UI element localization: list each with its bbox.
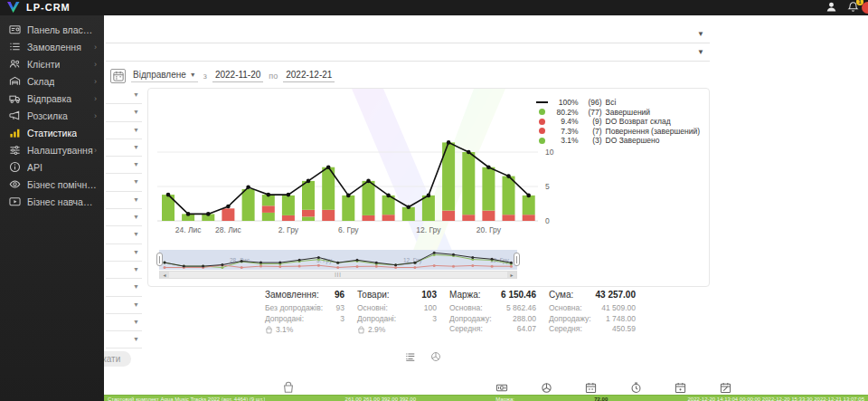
eye-icon [9,178,21,190]
mini-filter-select[interactable]: ▼ [106,87,142,104]
mini-filter-select[interactable]: ▼ [106,174,142,191]
sidebar-item-label: API [27,162,42,173]
legend-item[interactable]: 100%(96)Всі [536,98,700,108]
lp-crm-logo[interactable]: LP-CRM [6,1,71,14]
sidebar-item-label: Розсилка [27,110,68,121]
sidebar-item-налаштування[interactable]: Налаштування› [0,141,104,158]
date-to-input[interactable]: 2022-12-21 [283,70,335,82]
calendar-button[interactable] [110,69,126,83]
chart-range-navigator[interactable]: 28. Лис5. Гру12. Гру19. Гру [159,250,517,270]
calendar-edit-icon[interactable] [720,382,731,394]
sidebar-item-статистика[interactable]: Статистика [0,124,104,141]
upsell-percent: 2.9% [368,325,385,334]
notifications-bell-icon[interactable]: 1 [847,1,859,13]
mini-filter-select[interactable]: ▼ [106,279,142,296]
statistics-icon [9,127,21,138]
mini-filter-select[interactable]: ▼ [106,122,142,139]
svg-text:2. Гру: 2. Гру [278,225,299,234]
sidebar-item-розсилка[interactable]: Розсилка› [0,107,104,124]
navigator-left-handle[interactable] [156,253,163,266]
chevron-down-icon: ▼ [133,214,139,220]
stat-row-value: 64.07 [517,324,536,335]
logo-v-icon [6,1,22,14]
product-icon[interactable] [541,382,552,394]
date-filter-bar: Відправлене ▼ з 2022-11-20 по 2022-12-21 [110,67,335,85]
stat-row-label: Допродані: [265,314,304,325]
sidebar-item-бізнес-помічники[interactable]: Бізнес помічники [0,176,104,193]
mini-filter-select[interactable]: ▼ [106,331,142,348]
stat-row-label: Основна: [549,303,582,314]
id-card-icon [9,24,21,35]
scroll-right-icon[interactable]: ► [507,272,516,278]
scrollbar-grip[interactable]: ||| [169,272,507,278]
svg-text:0: 0 [545,216,550,225]
mini-filter-select[interactable]: ▼ [106,244,142,262]
svg-text:12. Гру: 12. Гру [416,225,441,234]
mini-filter-select[interactable]: ▼ [106,157,142,174]
stat-row-value: 3 [432,314,437,325]
main-content: ▼ ▼ Відправлене ▼ з 2022-11-20 по 2022-1… [104,15,868,401]
legend-item[interactable]: 3.1%(3)DO Завершено [536,136,700,146]
chart-type-toggles [405,351,441,362]
sidebar-item-відправка[interactable]: Відправка› [0,90,104,107]
legend-item[interactable]: 7.3%(7)Повернення (завершений) [536,127,700,137]
chevron-right-icon: › [94,94,97,103]
clock-icon[interactable] [630,382,642,394]
calendar-icon[interactable] [585,382,597,394]
mini-filter-select[interactable]: ▼ [106,226,142,243]
info-icon [9,161,21,173]
cart-small-icon [357,326,365,334]
stat-row-value: 100 [424,303,437,314]
stat-row-value: 5 862.46 [506,303,536,314]
sidebar-item-label: Бізнес навчання [27,196,97,207]
sidebar-item-label: Панель власника [27,24,97,35]
row-margin-value: 72.00 [594,396,608,401]
stat-row-value: 3 [340,314,344,325]
money-icon[interactable] [495,382,508,394]
profile-status-icon[interactable] [862,2,868,14]
stat-row-label: Середня: [449,324,483,335]
user-icon[interactable] [826,1,837,13]
highlighted-table-row[interactable]: Стартовий комплект Aqua Music Tracks 202… [104,395,868,401]
legend-item[interactable]: 80.2%(77)Завершений [536,108,700,118]
date-from-input[interactable]: 2022-11-20 [212,70,263,82]
filter-select-2[interactable]: ▼ [106,43,710,62]
lp-crm-app: 1 LP-CRM Панель власника Замовлення› Клі… [0,0,868,401]
legend-item[interactable]: 9.4%(9)DO Возврат склад [536,117,700,127]
row-timestamps: 2022-12-20 14:13:04 00:00:00 2022-12-20 … [687,396,864,401]
mini-filter-select[interactable]: ▼ [106,139,142,157]
stat-row-value: 93 [336,303,344,314]
pie-chart-icon[interactable] [430,351,441,362]
scroll-left-icon[interactable]: ◄ [160,272,169,278]
chevron-down-icon: ▼ [133,319,139,325]
mini-filter-select[interactable]: ▼ [106,297,142,314]
stat-title-label: Сума: [549,290,573,300]
navigator-right-handle[interactable] [514,253,520,266]
sidebar-item-label: Статистика [27,128,77,138]
sidebar-item-клієнти[interactable]: Клієнти› [0,55,104,72]
bar-list-icon[interactable] [405,351,416,362]
mini-filter-select[interactable]: ▼ [106,262,142,279]
stat-row-label: Без допродажів: [265,303,323,314]
mini-filter-select[interactable]: ▼ [106,314,142,331]
sidebar-item-панель-власника[interactable]: Панель власника [0,21,104,38]
sidebar-item-api[interactable]: API [0,158,104,176]
sidebar-item-замовлення[interactable]: Замовлення› [0,38,104,55]
logo-text: LP-CRM [26,2,71,13]
mini-filter-select[interactable]: ▼ [106,209,142,226]
chevron-down-icon: ▼ [133,196,139,203]
mini-filter-select[interactable]: ▼ [106,104,142,121]
mini-filter-select[interactable]: ▼ [106,192,142,209]
chart-scrollbar[interactable]: ◄ ||| ► [159,271,517,279]
calendar-dot-icon[interactable] [675,382,686,394]
orders-chart[interactable]: 051024. Лис28. Лис2. Гру6. Гру12. Гру20.… [157,125,560,239]
sidebar-item-label: Замовлення [27,42,81,53]
sidebar-item-склад[interactable]: Склад› [0,72,104,90]
sidebar-item-бізнес-навчання[interactable]: Бізнес навчання [0,193,104,210]
stat-title-label: Маржа: [449,290,481,300]
stat-row-value: 41 509.00 [601,303,636,314]
line-swatch-icon [536,101,548,103]
filter-select-1[interactable]: ▼ [106,25,710,43]
stat-row-label: Допродані: [357,314,396,325]
date-type-dropdown[interactable]: Відправлене ▼ [131,70,198,82]
